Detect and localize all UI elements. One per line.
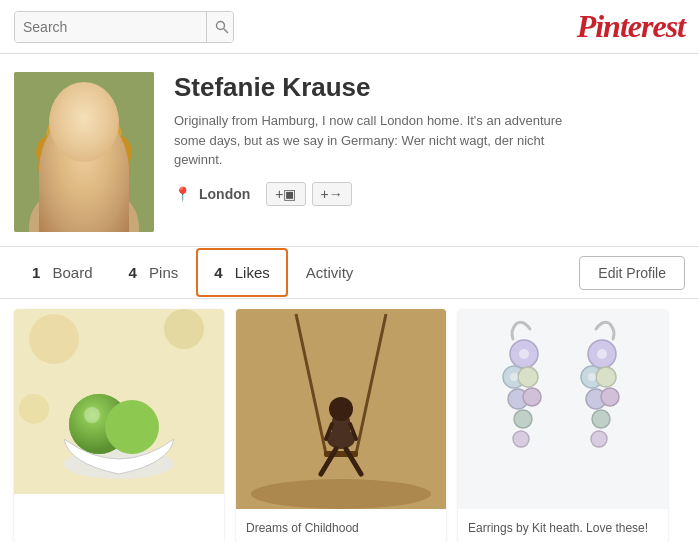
svg-point-22: [105, 400, 159, 454]
profile-name: Stefanie Krause: [174, 72, 685, 103]
location-icon: 📍: [174, 186, 191, 202]
icecream-image: [14, 309, 224, 494]
svg-point-4: [44, 180, 124, 224]
tab-pins[interactable]: 4 Pins: [111, 248, 197, 297]
pin-caption: Earrings by Kit heath. Love these!: [458, 513, 668, 542]
tabs-left: 1 Board 4 Pins 4 Likes Activity: [14, 248, 579, 297]
avatar: [14, 72, 154, 232]
content-grid: Dreams of Childhood: [0, 299, 699, 542]
boards-label: Board: [53, 264, 93, 281]
svg-point-13: [90, 159, 98, 165]
tab-boards[interactable]: 1 Board: [14, 248, 111, 297]
svg-point-54: [597, 349, 607, 359]
profile-location: 📍 London +▣ +→: [174, 182, 685, 206]
svg-point-3: [29, 182, 139, 232]
pin-card: [14, 309, 224, 542]
svg-point-45: [519, 349, 529, 359]
svg-point-17: [164, 309, 204, 349]
svg-line-1: [224, 28, 228, 32]
pins-label: Pins: [149, 264, 178, 281]
pinterest-logo: Pinterest: [577, 8, 685, 45]
profile-bio: Originally from Hamburg, I now call Lond…: [174, 111, 594, 170]
add-board-button[interactable]: +▣: [266, 182, 305, 206]
childhood-image: [236, 309, 446, 509]
header: Pinterest: [0, 0, 699, 54]
profile-section: Stefanie Krause Originally from Hamburg,…: [0, 54, 699, 247]
svg-point-18: [19, 394, 49, 424]
svg-point-12: [70, 159, 78, 165]
svg-point-40: [518, 367, 538, 387]
svg-point-34: [329, 397, 353, 421]
svg-point-44: [513, 431, 529, 447]
search-button[interactable]: [206, 12, 234, 42]
earrings-image: [458, 309, 668, 509]
search-box: [14, 11, 234, 43]
likes-label: Likes: [235, 264, 270, 281]
tabs-section: 1 Board 4 Pins 4 Likes Activity Edit Pro…: [0, 247, 699, 299]
pin-caption: [14, 498, 224, 514]
svg-point-10: [38, 153, 66, 181]
location-text: London: [199, 186, 250, 202]
svg-point-6: [52, 126, 116, 198]
pin-image-container: [14, 309, 224, 498]
svg-point-46: [510, 373, 518, 381]
svg-point-23: [84, 407, 100, 423]
svg-point-52: [592, 410, 610, 428]
svg-point-0: [217, 21, 225, 29]
avatar-image: [14, 72, 154, 232]
search-icon: [215, 20, 229, 34]
svg-point-26: [251, 479, 431, 509]
svg-point-42: [523, 388, 541, 406]
pins-count: 4: [129, 264, 137, 281]
tab-likes[interactable]: 4 Likes: [196, 248, 288, 297]
svg-point-43: [514, 410, 532, 428]
svg-point-51: [601, 388, 619, 406]
svg-point-49: [596, 367, 616, 387]
activity-label: Activity: [306, 264, 354, 281]
svg-point-14: [81, 169, 87, 173]
profile-info: Stefanie Krause Originally from Hamburg,…: [174, 72, 685, 232]
pin-caption: Dreams of Childhood: [236, 513, 446, 542]
svg-point-53: [591, 431, 607, 447]
svg-point-9: [96, 134, 132, 170]
tab-activity[interactable]: Activity: [288, 248, 372, 297]
svg-rect-5: [72, 177, 96, 197]
likes-count: 4: [214, 264, 222, 281]
svg-rect-37: [458, 309, 668, 509]
pin-image-container: [236, 309, 446, 513]
edit-profile-button[interactable]: Edit Profile: [579, 256, 685, 290]
svg-point-8: [36, 134, 72, 170]
pin-card: Dreams of Childhood: [236, 309, 446, 542]
svg-point-55: [588, 373, 596, 381]
pin-image-container: [458, 309, 668, 513]
boards-count: 1: [32, 264, 40, 281]
search-input[interactable]: [15, 12, 206, 42]
svg-point-16: [29, 314, 79, 364]
follow-button[interactable]: +→: [312, 182, 352, 206]
svg-point-11: [102, 153, 130, 181]
pin-card: Earrings by Kit heath. Love these!: [458, 309, 668, 542]
profile-actions: +▣ +→: [266, 182, 351, 206]
svg-point-7: [46, 105, 122, 169]
